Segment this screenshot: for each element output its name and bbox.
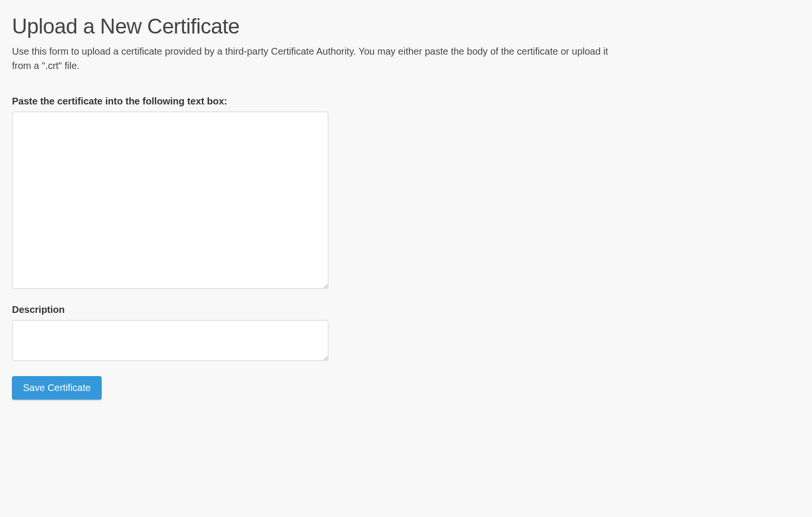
description-form-group: Description — [12, 304, 800, 363]
page-description: Use this form to upload a certificate pr… — [12, 44, 626, 73]
page-title: Upload a New Certificate — [12, 14, 800, 38]
certificate-form-group: Paste the certificate into the following… — [12, 96, 800, 291]
description-textarea[interactable] — [12, 320, 328, 361]
save-certificate-button[interactable]: Save Certificate — [12, 376, 102, 400]
certificate-textarea[interactable] — [12, 112, 328, 289]
certificate-label: Paste the certificate into the following… — [12, 96, 800, 107]
description-label: Description — [12, 304, 800, 315]
